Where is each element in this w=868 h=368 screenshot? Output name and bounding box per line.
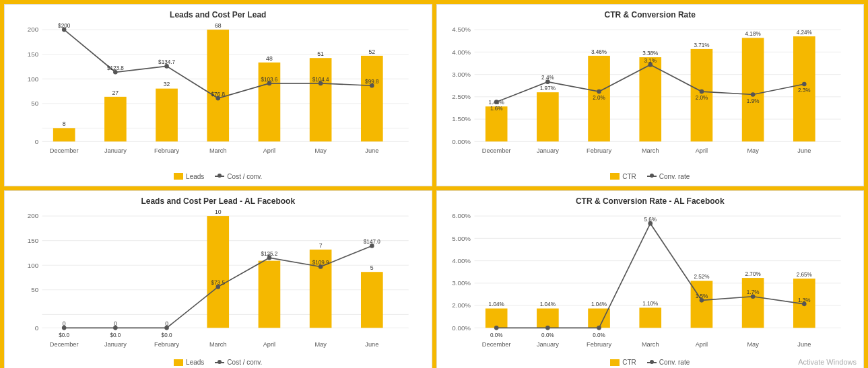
svg-text:0: 0 [35,324,39,331]
svg-text:5.00%: 5.00% [452,234,471,242]
svg-text:100: 100 [28,261,39,268]
svg-point-119 [113,326,118,330]
svg-text:April: April [263,147,276,154]
chart-leads-cost-fb: Leads and Cost Per Lead - AL Facebook 20… [4,190,432,368]
svg-text:3.38%: 3.38% [642,50,659,57]
chart2-legend: CTR Conv. rate [445,173,856,180]
svg-rect-60 [537,92,559,141]
chart1-area: 200 150 100 50 0 8 27 32 68 [13,22,424,172]
svg-rect-21 [310,58,332,141]
svg-text:1.10%: 1.10% [642,301,659,307]
svg-point-166 [545,326,550,330]
legend-leads-label: Leads [186,173,204,180]
svg-text:10: 10 [215,209,222,215]
svg-text:March: March [641,341,659,348]
legend-ctr-fb-bar-icon [610,359,620,366]
svg-text:December: December [481,147,510,154]
chart-ctr-conv-fb: CTR & Conversion Rate - AL Facebook 6.00… [436,190,865,368]
svg-text:January: January [536,147,558,154]
svg-text:December: December [481,341,510,348]
svg-text:$104.4: $104.4 [312,76,329,82]
svg-text:1.50%: 1.50% [452,115,471,122]
svg-text:150: 150 [28,237,39,244]
legend-bar-icon [174,173,183,180]
legend-conv-line-icon [647,176,657,177]
svg-rect-116 [361,272,383,328]
svg-text:May: May [314,341,327,348]
svg-point-77 [750,92,755,97]
legend-conv-label: Conv. rate [659,173,690,180]
chart4-area: 6.00% 5.00% 4.00% 3.00% 2.00% 0.00% 1.04… [445,209,856,358]
activate-windows-watermark: Activate Windows [798,358,857,366]
svg-text:March: March [209,147,227,154]
svg-text:0.00%: 0.00% [452,138,471,145]
svg-rect-161 [741,278,764,328]
svg-rect-64 [639,57,661,141]
legend-conv: Conv. rate [647,173,690,180]
svg-rect-68 [741,38,764,141]
svg-text:0: 0 [35,138,39,145]
svg-text:3.1%: 3.1% [644,58,657,64]
svg-text:April: April [695,147,708,154]
svg-text:4.18%: 4.18% [745,31,761,37]
svg-text:27: 27 [112,89,119,96]
svg-point-74 [597,89,601,94]
svg-text:4.24%: 4.24% [796,30,812,36]
svg-text:50: 50 [31,100,38,107]
svg-rect-11 [53,128,75,141]
svg-text:2.65%: 2.65% [796,271,812,277]
svg-text:1.6%: 1.6% [490,106,502,112]
svg-text:1.9%: 1.9% [746,98,759,104]
legend-cost-fb-label: Cost / conv. [227,359,262,366]
svg-text:$125.2: $125.2 [261,250,277,256]
svg-rect-112 [259,260,281,328]
svg-text:December: December [50,147,79,154]
svg-text:May: May [747,341,759,348]
svg-text:3.00%: 3.00% [452,279,471,287]
legend-ctr-fb: CTR [610,359,636,366]
legend-cost-label: Cost / conv. [227,173,262,180]
svg-text:$134.7: $134.7 [158,59,175,65]
chart2-title: CTR & Conversion Rate [445,10,856,20]
svg-text:2.0%: 2.0% [695,95,708,101]
svg-text:100: 100 [28,75,39,82]
svg-text:2.70%: 2.70% [745,270,761,277]
legend-bar-fb-icon [174,359,183,366]
svg-text:1.5%: 1.5% [695,293,708,299]
svg-text:5.6%: 5.6% [644,216,657,222]
svg-rect-17 [207,30,229,141]
svg-point-72 [494,100,498,104]
chart4-svg: 6.00% 5.00% 4.00% 3.00% 2.00% 0.00% 1.04… [445,209,856,358]
svg-text:1.97%: 1.97% [539,85,556,91]
svg-text:2.4%: 2.4% [541,75,554,81]
svg-text:$0.0: $0.0 [59,332,69,338]
svg-text:0.0%: 0.0% [490,332,502,338]
svg-text:2.3%: 2.3% [798,87,811,94]
svg-text:$123.8: $123.8 [107,65,124,71]
legend-cost-fb: Cost / conv. [215,359,262,366]
svg-text:June: June [797,147,811,154]
svg-text:February: February [587,341,611,348]
svg-text:February: February [154,147,179,154]
svg-text:4.00%: 4.00% [452,257,471,264]
svg-text:$147.0: $147.0 [364,239,380,245]
svg-rect-58 [485,106,507,141]
svg-text:0.0%: 0.0% [541,332,554,338]
svg-rect-153 [537,308,559,328]
svg-text:January: January [104,147,127,154]
legend-conv-fb-label: Conv. rate [659,359,690,366]
svg-text:3.46%: 3.46% [591,48,607,54]
svg-text:January: January [104,341,127,348]
svg-text:$73.5: $73.5 [211,280,226,286]
svg-text:32: 32 [164,81,170,87]
legend-line-fb-icon [215,362,224,363]
legend-leads-fb: Leads [174,359,204,366]
legend-conv-fb-line-icon [647,362,657,363]
svg-text:$0.0: $0.0 [162,332,172,338]
svg-text:5: 5 [370,264,374,270]
svg-rect-151 [485,308,507,328]
legend-conv-fb: Conv. rate [647,359,690,366]
svg-text:May: May [747,147,759,154]
svg-text:$200: $200 [58,23,71,29]
svg-text:March: March [641,147,659,154]
